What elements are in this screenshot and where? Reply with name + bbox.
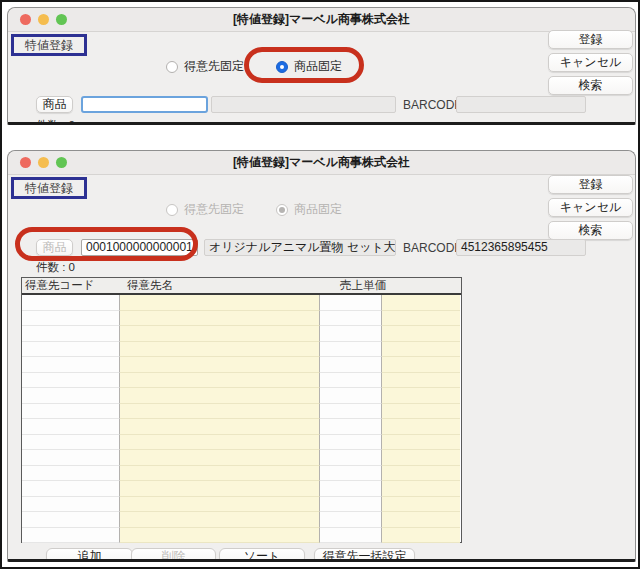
search-button[interactable]: 検索 xyxy=(548,76,633,95)
table-cell[interactable] xyxy=(22,497,120,513)
product-button[interactable]: 商品 xyxy=(36,96,73,113)
table-cell[interactable] xyxy=(320,295,382,311)
table-cell[interactable] xyxy=(22,512,120,528)
table-cell[interactable] xyxy=(120,373,320,389)
table-cell[interactable] xyxy=(382,481,460,497)
radio-circle-icon[interactable] xyxy=(166,61,178,73)
zoom-icon[interactable] xyxy=(56,14,67,25)
table-cell[interactable] xyxy=(22,404,120,420)
table-cell[interactable] xyxy=(120,326,320,342)
table-row[interactable] xyxy=(22,404,461,420)
register-button[interactable]: 登録 xyxy=(548,175,633,194)
table-cell[interactable] xyxy=(320,419,382,435)
table-cell[interactable] xyxy=(382,466,460,482)
table-row[interactable] xyxy=(22,419,461,435)
table-row[interactable] xyxy=(22,388,461,404)
table-cell[interactable] xyxy=(382,512,460,528)
table-cell[interactable] xyxy=(22,419,120,435)
table-cell[interactable] xyxy=(320,497,382,513)
table-row[interactable] xyxy=(22,450,461,466)
table-cell[interactable] xyxy=(120,311,320,327)
table-cell[interactable] xyxy=(382,357,460,373)
table-row[interactable] xyxy=(22,481,461,497)
radio-customer-fixed-label: 得意先固定 xyxy=(184,201,244,218)
table-cell[interactable] xyxy=(120,512,320,528)
table-cell[interactable] xyxy=(320,326,382,342)
table-cell[interactable] xyxy=(120,404,320,420)
table-row[interactable] xyxy=(22,435,461,451)
table-row[interactable] xyxy=(22,497,461,513)
table-row[interactable] xyxy=(22,295,461,311)
table-cell[interactable] xyxy=(320,481,382,497)
table-cell[interactable] xyxy=(382,388,460,404)
table-cell[interactable] xyxy=(22,295,120,311)
table-cell[interactable] xyxy=(22,311,120,327)
table-cell[interactable] xyxy=(320,528,382,544)
table-cell[interactable] xyxy=(22,357,120,373)
table-cell[interactable] xyxy=(382,497,460,513)
table-cell[interactable] xyxy=(120,528,320,544)
cancel-button[interactable]: キャンセル xyxy=(548,198,633,217)
table-cell[interactable] xyxy=(320,342,382,358)
table-cell[interactable] xyxy=(22,435,120,451)
table-cell[interactable] xyxy=(22,373,120,389)
table-cell[interactable] xyxy=(382,311,460,327)
table-cell[interactable] xyxy=(22,481,120,497)
table-row[interactable] xyxy=(22,311,461,327)
table-cell[interactable] xyxy=(382,326,460,342)
table-cell[interactable] xyxy=(320,450,382,466)
table-cell[interactable] xyxy=(22,528,120,544)
table-cell[interactable] xyxy=(320,466,382,482)
table-cell[interactable] xyxy=(382,450,460,466)
customer-batch-set-button[interactable]: 得意先一括設定 xyxy=(314,548,415,562)
search-button[interactable]: 検索 xyxy=(548,221,633,240)
sort-button[interactable]: ソート xyxy=(219,548,305,562)
table-cell[interactable] xyxy=(120,388,320,404)
zoom-icon[interactable] xyxy=(56,157,67,168)
table-cell[interactable] xyxy=(120,419,320,435)
table-row[interactable] xyxy=(22,373,461,389)
table-cell[interactable] xyxy=(120,342,320,358)
cancel-button[interactable]: キャンセル xyxy=(548,53,633,72)
table-cell[interactable] xyxy=(382,419,460,435)
register-button[interactable]: 登録 xyxy=(548,30,633,49)
table-cell[interactable] xyxy=(320,373,382,389)
table-cell[interactable] xyxy=(120,481,320,497)
table-cell[interactable] xyxy=(382,404,460,420)
table-cell[interactable] xyxy=(22,466,120,482)
table-cell[interactable] xyxy=(120,295,320,311)
table-cell[interactable] xyxy=(120,357,320,373)
table-row[interactable] xyxy=(22,528,461,544)
product-code-input[interactable] xyxy=(81,96,208,113)
add-button[interactable]: 追加 xyxy=(46,548,133,562)
close-icon[interactable] xyxy=(20,14,31,25)
table-cell[interactable] xyxy=(120,435,320,451)
table-row[interactable] xyxy=(22,326,461,342)
table-cell[interactable] xyxy=(22,450,120,466)
table-cell[interactable] xyxy=(382,342,460,358)
table-cell[interactable] xyxy=(320,404,382,420)
table-row[interactable] xyxy=(22,342,461,358)
table-cell[interactable] xyxy=(320,435,382,451)
table-row[interactable] xyxy=(22,357,461,373)
table-cell[interactable] xyxy=(120,466,320,482)
table-cell[interactable] xyxy=(22,326,120,342)
table-cell[interactable] xyxy=(120,497,320,513)
table-row[interactable] xyxy=(22,466,461,482)
radio-customer-fixed[interactable]: 得意先固定 xyxy=(166,58,244,75)
table-row[interactable] xyxy=(22,512,461,528)
minimize-icon[interactable] xyxy=(38,157,49,168)
table-cell[interactable] xyxy=(382,528,460,544)
table-cell[interactable] xyxy=(382,435,460,451)
close-icon[interactable] xyxy=(20,157,31,168)
table-cell[interactable] xyxy=(320,311,382,327)
minimize-icon[interactable] xyxy=(38,14,49,25)
table-cell[interactable] xyxy=(120,450,320,466)
table-cell[interactable] xyxy=(382,295,460,311)
table-cell[interactable] xyxy=(22,388,120,404)
table-cell[interactable] xyxy=(22,342,120,358)
table-cell[interactable] xyxy=(320,388,382,404)
table-cell[interactable] xyxy=(320,512,382,528)
table-cell[interactable] xyxy=(320,357,382,373)
table-cell[interactable] xyxy=(382,373,460,389)
